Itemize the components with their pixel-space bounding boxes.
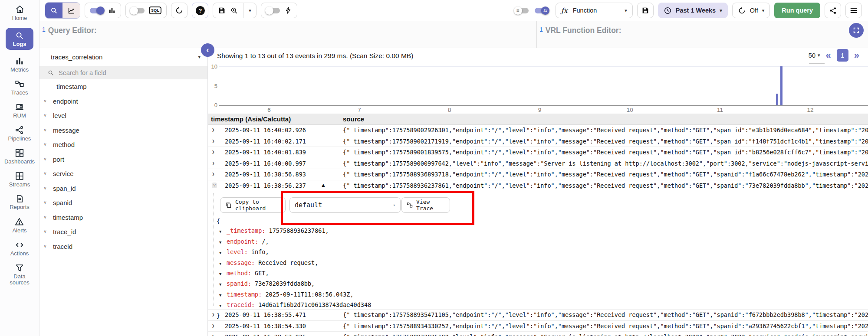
list-icon: ≣ (516, 8, 519, 13)
table-row[interactable]: ❯ 2025-09-11 16:38:53.035 {"_timestamp":… (208, 332, 868, 336)
sidebar-item-label: Alerts (12, 228, 26, 234)
chevron-down-icon: ˅ (44, 244, 49, 249)
save-icon (218, 7, 226, 14)
save-icon (641, 7, 649, 14)
table-row[interactable]: ❯ 2025-09-11 16:38:55.471 {"_timestamp":… (208, 310, 868, 321)
function-dropdown[interactable]: ƒxFunction ▾ (556, 3, 633, 18)
field-item[interactable]: ˅service (39, 166, 207, 181)
chart-view-button[interactable] (62, 3, 80, 18)
menu-button[interactable] (845, 3, 862, 18)
quick-mode-toggle[interactable]: ≣ (515, 8, 529, 13)
sidebar-item-streams[interactable]: Streams (9, 171, 30, 188)
function-editor-toggle[interactable]: fx (535, 8, 549, 13)
histogram-toggle[interactable] (90, 8, 104, 13)
field-search-input[interactable] (58, 69, 190, 77)
table-row[interactable]: ❯ 2025-09-11 16:38:56.893 {"_timestamp":… (208, 169, 868, 180)
vrl-function-editor[interactable]: 1VRL Function Editor: (537, 21, 868, 48)
help-button[interactable]: ? (192, 3, 208, 18)
json-field[interactable]: ▼timestamp: 2025-09-11T11:08:56.043Z, (217, 290, 371, 300)
sidebar-item-reports[interactable]: Reports (10, 194, 30, 210)
collapse-fields-button[interactable]: ‹ (201, 43, 214, 57)
stream-selector[interactable]: traces_correlation ▾ (39, 48, 207, 66)
sql-mode-toggle[interactable] (131, 8, 145, 13)
chevron-right-icon: ❯ (212, 171, 215, 177)
page-size-underline (809, 63, 825, 64)
chevron-down-icon: ▼ (219, 269, 227, 279)
x-tick-label: 7 (358, 107, 361, 113)
field-item[interactable]: ˅endpoint (39, 94, 207, 109)
field-item[interactable]: ˅trace_id (39, 225, 207, 239)
detail-guide-line (213, 193, 214, 306)
realtime-toggle[interactable] (266, 8, 280, 13)
json-field[interactable]: ▼method: GET, (217, 268, 371, 279)
share-button[interactable] (825, 3, 841, 18)
field-item[interactable]: _timestamp (39, 79, 207, 94)
top-toolbar: SQL ? ▾ (39, 0, 868, 21)
saved-search-dropdown-button[interactable]: ▾ (243, 3, 256, 18)
json-field[interactable]: ▼message: Received request, (217, 258, 371, 268)
field-item[interactable]: ˅level (39, 108, 207, 123)
field-item[interactable]: ˅port (39, 152, 207, 167)
sidebar-item-pipelines[interactable]: Pipelines (8, 125, 31, 142)
sidebar-item-alerts[interactable]: Alerts (12, 217, 26, 234)
time-range-dropdown[interactable]: Past 1 Weeks ▾ (658, 3, 728, 18)
chevron-down-icon: ˅ (44, 99, 49, 104)
json-field[interactable]: ▼spanid: 73e782039fdda8bb, (217, 279, 371, 289)
expand-editor-button[interactable] (849, 23, 864, 38)
auto-refresh-dropdown[interactable]: Off ▾ (732, 3, 770, 18)
json-field[interactable]: ▼_timestamp: 1757588936237861, (217, 226, 371, 236)
sidebar-item-metrics[interactable]: Metrics (10, 56, 29, 73)
toggle-thumb (96, 7, 105, 15)
hamburger-icon (850, 7, 858, 14)
field-item[interactable]: ˅traceid (39, 239, 207, 254)
time-range-label: Past 1 Weeks (676, 7, 716, 14)
sidebar-item-dashboards[interactable]: Dashboards (4, 148, 35, 165)
field-item[interactable]: ˅message (39, 123, 207, 138)
previous-page-button[interactable]: « (826, 51, 831, 60)
histogram-bar[interactable] (780, 66, 783, 105)
save-function-button[interactable] (637, 3, 654, 18)
sidebar-item-rum[interactable]: RUM (13, 102, 26, 119)
table-row[interactable]: ❯ 2025-09-11 16:38:54.330 {"_timestamp":… (208, 321, 868, 332)
table-row[interactable]: ❯ 2025-09-11 16:40:02.926 {"_timestamp":… (208, 125, 868, 136)
home-icon (15, 4, 25, 14)
field-item[interactable]: ˅span_id (39, 181, 207, 196)
table-row[interactable]: ❯ 2025-09-11 16:40:00.997 {"_timestamp":… (208, 158, 868, 170)
table-row[interactable]: ❯ 2025-09-11 16:40:01.839 {"_timestamp":… (208, 147, 868, 158)
chevron-right-icon: ❯ (212, 323, 215, 329)
code-icon (15, 240, 24, 250)
sidebar-item-data-sources[interactable]: Data sources (4, 263, 35, 286)
sidebar-item-logs[interactable]: Logs (6, 28, 33, 50)
sidebar-item-home[interactable]: Home (12, 4, 27, 21)
histogram-bar[interactable] (776, 94, 778, 105)
field-item[interactable]: ˅method (39, 137, 207, 152)
chevron-down-icon: ▼ (219, 290, 227, 300)
next-page-button[interactable]: » (854, 51, 859, 60)
json-field[interactable]: ▼traceid: 14d6a1f16b2d71c06138743dae40d3… (217, 300, 371, 310)
refresh-icon (738, 7, 746, 15)
json-field[interactable]: ▼level: info, (217, 247, 371, 258)
field-item[interactable]: ˅timestamp (39, 210, 207, 225)
chevron-down-icon[interactable]: ˅ (212, 183, 217, 188)
sidebar-item-actions[interactable]: Actions (10, 240, 29, 257)
page-size-select[interactable]: 50▾ (809, 52, 820, 59)
json-value: 2025-09-11T11:08:56.043Z, (265, 291, 353, 298)
json-key: method: (227, 270, 251, 277)
field-name: _timestamp (53, 83, 87, 90)
sidebar-item-label: Data sources (4, 274, 35, 286)
run-query-button[interactable]: Run query (774, 3, 820, 18)
query-editor[interactable]: 1Query Editor: (39, 21, 537, 48)
copy-to-clipboard-button[interactable]: Copy to clipboard (220, 197, 286, 213)
line-chart-icon (67, 7, 76, 15)
dashboard-icon (15, 148, 24, 158)
current-page-button[interactable]: 1 (837, 49, 848, 62)
json-field[interactable]: ▼endpoint: /, (217, 237, 371, 247)
help-icon: ? (196, 6, 205, 15)
table-row-expanded[interactable]: ˅ 2025-09-11 16:38:56.237 ▲ {"_timestamp… (208, 180, 868, 192)
search-view-button[interactable] (45, 3, 62, 18)
field-item[interactable]: ˅spanid (39, 196, 207, 210)
refresh-button[interactable] (171, 3, 187, 18)
table-row[interactable]: ❯ 2025-09-11 16:40:02.171 {"_timestamp":… (208, 136, 868, 147)
sidebar-item-traces[interactable]: Traces (11, 79, 28, 96)
histogram-chart[interactable]: 10 5 0 6789101112 (208, 65, 868, 114)
